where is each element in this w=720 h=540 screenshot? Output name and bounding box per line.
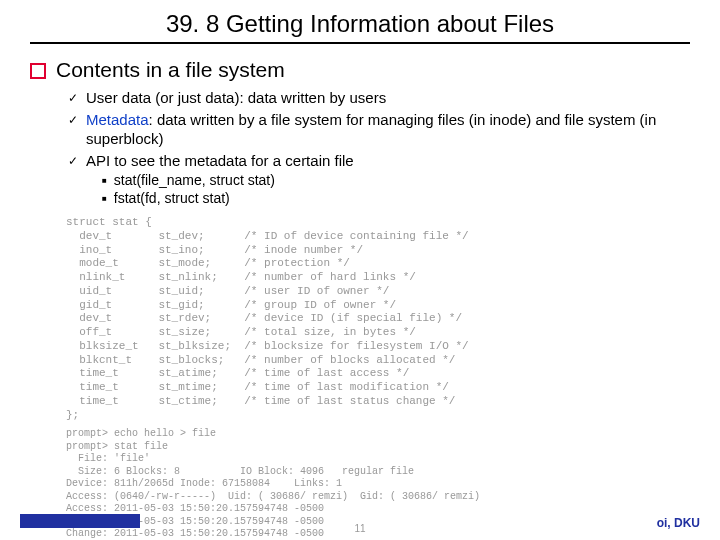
heading-text: Contents in a file system (56, 58, 285, 82)
footer-logo-bar (20, 514, 140, 528)
terminal-output: prompt> echo hello > file prompt> stat f… (66, 428, 690, 540)
heading-row: Contents in a file system (30, 58, 690, 82)
footer-affiliation: oi, DKU (657, 516, 700, 530)
slide-title: 39. 8 Getting Information about Files (30, 10, 690, 38)
bullet-text: API to see the metadata for a certain fi… (86, 151, 354, 171)
api-stat: ■ stat(file_name, struct stat) (102, 172, 690, 188)
bullet-user-data: ✓ User data (or just data): data written… (68, 88, 690, 108)
api-text: stat(file_name, struct stat) (114, 172, 275, 188)
square-bullet-icon: ■ (102, 194, 107, 203)
check-icon: ✓ (68, 91, 78, 107)
metadata-keyword: Metadata (86, 111, 149, 128)
check-icon: ✓ (68, 113, 78, 129)
page-number: 11 (354, 523, 365, 534)
api-fstat: ■ fstat(fd, struct stat) (102, 190, 690, 206)
bullet-text: User data (or just data): data written b… (86, 88, 386, 108)
bullet-metadata: ✓ Metadata: data written by a file syste… (68, 110, 690, 149)
bullet-api: ✓ API to see the metadata for a certain … (68, 151, 690, 171)
title-underline (30, 42, 690, 44)
struct-stat-code: struct stat { dev_t st_dev; /* ID of dev… (66, 216, 690, 422)
metadata-rest: : data written by a file system for mana… (86, 111, 656, 148)
bullet-square-icon (30, 63, 46, 79)
api-text: fstat(fd, struct stat) (114, 190, 230, 206)
check-icon: ✓ (68, 154, 78, 170)
bullet-text: Metadata: data written by a file system … (86, 110, 690, 149)
square-bullet-icon: ■ (102, 176, 107, 185)
slide-container: 39. 8 Getting Information about Files Co… (0, 0, 720, 540)
